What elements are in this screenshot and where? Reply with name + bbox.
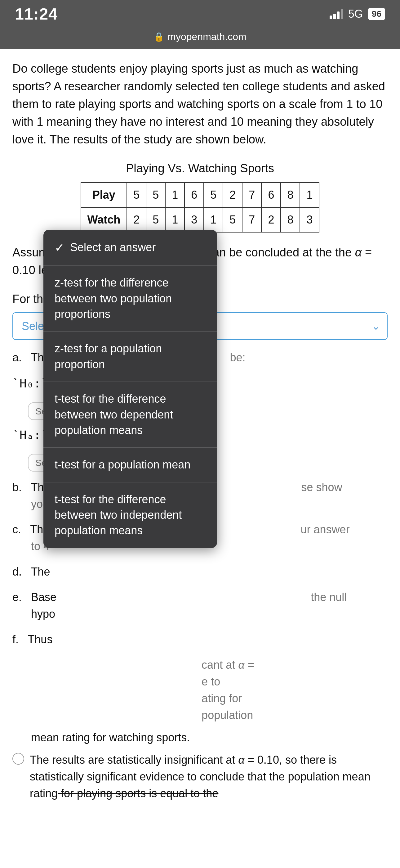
play-val-7: 7 — [242, 183, 261, 207]
browser-url: 🔒 myopenmath.com — [154, 31, 246, 42]
radio-options: cant at α = e to ating for — [12, 657, 388, 802]
part-e-line2: hypo — [31, 606, 388, 622]
part-d-text: d. The — [12, 565, 50, 578]
checkmark-icon: ✓ — [55, 240, 65, 256]
problem-text: Do college students enjoy playing sports… — [12, 60, 388, 148]
lock-icon: 🔒 — [154, 32, 164, 42]
dropdown-label-t-dep-means: t-test for the difference between two de… — [55, 391, 206, 438]
url-text: myopenmath.com — [167, 31, 246, 42]
mean-rating-watching: mean rating for watching sports. — [31, 729, 388, 746]
part-e-text: e. Base — [12, 591, 57, 603]
play-val-1: 5 — [127, 183, 146, 207]
hidden-text-2: e to — [37, 675, 220, 688]
dropdown-item-t-pop-mean[interactable]: t-test for a population mean — [43, 448, 217, 482]
hidden-text-1: cant at α = — [37, 658, 254, 671]
dropdown-label-z-diff-prop: z-test for the difference between two po… — [55, 275, 206, 322]
dropdown-selected-label: Select an answer — [70, 240, 206, 255]
watch-val-4: 3 — [185, 207, 204, 232]
part-e-suffix: the null — [57, 591, 347, 603]
watch-val-5: 1 — [204, 207, 223, 232]
watch-val-7: 7 — [242, 207, 261, 232]
status-bar: 11:24 5G 96 — [0, 0, 400, 28]
data-table: Play 5 5 1 6 5 2 7 6 8 1 Watch 2 5 1 — [80, 182, 320, 232]
dropdown-label-z-pop-prop: z-test for a population proportion — [55, 341, 206, 372]
watch-val-3: 1 — [165, 207, 185, 232]
dropdown-label-t-pop-mean: t-test for a population mean — [55, 457, 206, 472]
radio-option-hidden-suffix: cant at α = e to ating for — [37, 657, 388, 724]
play-val-10: 1 — [300, 183, 319, 207]
table-row-watch: Watch 2 5 1 3 1 5 7 2 8 3 — [81, 207, 320, 232]
play-val-8: 6 — [261, 183, 280, 207]
watch-val-2: 5 — [146, 207, 165, 232]
dropdown-item-z-diff-prop[interactable]: z-test for the difference between two po… — [43, 266, 217, 332]
watch-val-9: 8 — [280, 207, 300, 232]
play-val-5: 5 — [204, 183, 223, 207]
part-f-text: f. Thus — [12, 633, 53, 646]
watch-val-8: 2 — [261, 207, 280, 232]
table-title: Playing Vs. Watching Sports — [126, 160, 274, 177]
radio-circle-2[interactable] — [12, 753, 24, 765]
hidden-text-4: population — [37, 709, 253, 721]
part-e: e. Base the null hypo — [12, 589, 388, 622]
radio-insignificant-text: The results are statistically insignific… — [30, 752, 388, 802]
play-val-4: 6 — [185, 183, 204, 207]
table-section: Playing Vs. Watching Sports Play 5 5 1 6… — [12, 160, 388, 232]
dropdown-item-z-pop-prop[interactable]: z-test for a population proportion — [43, 332, 217, 382]
h0-notation: `H₀:` — [12, 377, 48, 390]
browser-bar: 🔒 myopenmath.com — [0, 28, 400, 49]
dropdown-item-selected[interactable]: ✓ Select an answer — [43, 230, 217, 266]
network-label: 5G — [348, 7, 363, 21]
strikethrough-text: for playing sports is equal to the — [58, 787, 218, 800]
watch-val-6: 5 — [223, 207, 242, 232]
radio-insignificant[interactable]: The results are statistically insignific… — [12, 752, 388, 802]
signal-icon — [330, 9, 343, 19]
ha-notation: `Hₐ:` — [12, 428, 48, 442]
part-f: f. Thus — [12, 631, 388, 648]
battery-badge: 96 — [368, 8, 385, 20]
status-right: 5G 96 — [330, 7, 385, 21]
play-val-9: 8 — [280, 183, 300, 207]
table-row-play: Play 5 5 1 6 5 2 7 6 8 1 — [81, 183, 320, 207]
hidden-text-3: ating for — [37, 692, 242, 705]
row-header-play: Play — [81, 183, 127, 207]
dropdown-item-t-dep-means[interactable]: t-test for the difference between two de… — [43, 382, 217, 448]
dropdown-item-t-ind-means[interactable]: t-test for the difference between two in… — [43, 483, 217, 548]
play-val-2: 5 — [146, 183, 165, 207]
dropdown-label-t-ind-means: t-test for the difference between two in… — [55, 492, 206, 538]
watch-val-1: 2 — [127, 207, 146, 232]
dropdown-overlay[interactable]: ✓ Select an answer z-test for the differ… — [43, 230, 217, 548]
play-val-6: 2 — [223, 183, 242, 207]
play-val-3: 1 — [165, 183, 185, 207]
alpha-symbol-2: α — [238, 753, 245, 766]
part-d: d. The — [12, 563, 388, 580]
status-time: 11:24 — [15, 5, 58, 23]
row-header-watch: Watch — [81, 207, 127, 232]
watch-val-10: 3 — [300, 207, 319, 232]
